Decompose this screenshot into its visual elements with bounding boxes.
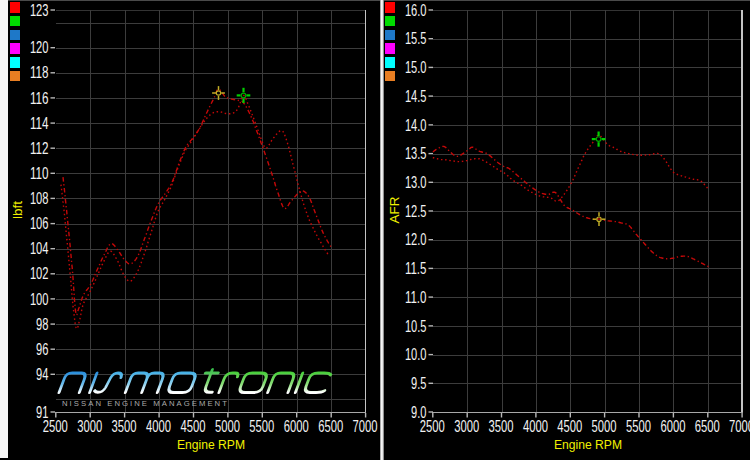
svg-text:5000: 5000 <box>215 418 240 435</box>
svg-text:Engine RPM: Engine RPM <box>554 437 622 452</box>
svg-text:118: 118 <box>30 64 49 81</box>
svg-text:2500: 2500 <box>43 418 68 435</box>
svg-text:AFR: AFR <box>387 196 402 223</box>
svg-text:3500: 3500 <box>112 418 137 435</box>
svg-text:106: 106 <box>30 215 49 232</box>
svg-text:14.5: 14.5 <box>405 88 427 105</box>
svg-text:14.0: 14.0 <box>405 117 427 134</box>
svg-text:100: 100 <box>30 291 49 308</box>
svg-text:98: 98 <box>36 316 48 333</box>
svg-text:11.0: 11.0 <box>405 289 427 306</box>
svg-text:104: 104 <box>30 240 49 257</box>
svg-text:6500: 6500 <box>695 418 720 435</box>
svg-text:3000: 3000 <box>454 418 479 435</box>
svg-text:lbft: lbft <box>10 201 25 219</box>
svg-text:108: 108 <box>30 190 49 207</box>
svg-text:7000: 7000 <box>353 418 378 435</box>
svg-text:13.5: 13.5 <box>405 145 427 162</box>
svg-text:11.5: 11.5 <box>405 260 427 277</box>
svg-text:112: 112 <box>30 140 49 157</box>
svg-text:96: 96 <box>36 341 48 358</box>
svg-text:3000: 3000 <box>77 418 102 435</box>
svg-text:16.0: 16.0 <box>405 2 427 19</box>
svg-text:120: 120 <box>30 39 49 56</box>
svg-text:102: 102 <box>30 265 49 282</box>
svg-text:10.0: 10.0 <box>405 346 427 363</box>
svg-text:15.5: 15.5 <box>405 30 427 47</box>
svg-text:4000: 4000 <box>523 418 548 435</box>
svg-text:5500: 5500 <box>249 418 274 435</box>
svg-text:6000: 6000 <box>284 418 309 435</box>
svg-text:7000: 7000 <box>729 418 750 435</box>
svg-text:5500: 5500 <box>626 418 651 435</box>
svg-text:4000: 4000 <box>146 418 171 435</box>
svg-text:Engine RPM: Engine RPM <box>177 437 245 452</box>
svg-text:116: 116 <box>30 90 49 107</box>
svg-text:94: 94 <box>36 366 48 383</box>
svg-text:10.5: 10.5 <box>405 318 427 335</box>
svg-text:4500: 4500 <box>181 418 206 435</box>
svg-text:4500: 4500 <box>557 418 582 435</box>
svg-text:6500: 6500 <box>318 418 343 435</box>
svg-text:15.0: 15.0 <box>405 59 427 76</box>
svg-text:110: 110 <box>30 165 49 182</box>
svg-text:12.5: 12.5 <box>405 203 427 220</box>
svg-text:13.0: 13.0 <box>405 174 427 191</box>
svg-text:NISSAN ENGINE MANAGEMENT: NISSAN ENGINE MANAGEMENT <box>62 399 229 408</box>
svg-text:6000: 6000 <box>660 418 685 435</box>
svg-text:12.0: 12.0 <box>405 231 427 248</box>
svg-text:114: 114 <box>30 115 49 132</box>
svg-text:5000: 5000 <box>592 418 617 435</box>
svg-text:123: 123 <box>30 2 49 19</box>
svg-text:3500: 3500 <box>489 418 514 435</box>
svg-text:2500: 2500 <box>420 418 445 435</box>
svg-text:9.5: 9.5 <box>411 375 426 392</box>
